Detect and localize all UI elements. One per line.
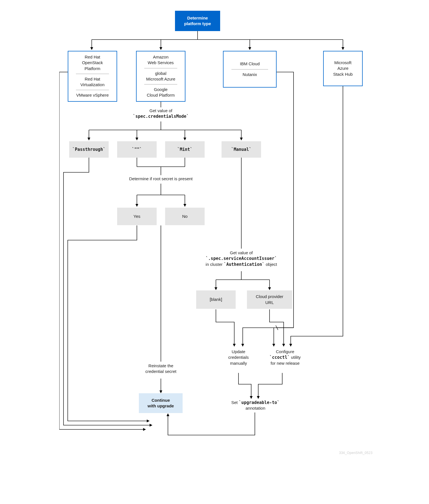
start-line1: Determine [187,15,208,21]
mode-passthrough: `Passthrough` [69,141,109,158]
mode-manual: `Manual` [222,141,261,158]
label-update-creds: Update credentials manually [222,349,255,366]
flowchart-canvas: Determine platform type Red Hat OpenStac… [59,8,370,483]
root-secret-no: No [165,208,205,225]
svg-line-28 [276,325,278,330]
label-reinstate: Reinstate the credential secret [140,363,182,375]
label-configure-ccoctl: Configure `ccoctl` utility for new relea… [262,349,308,366]
label-get-cred-mode: Get value of `spec.credentialsMode` [130,108,192,120]
platform-redhat: Red Hat OpenStack Platform Red Hat Virtu… [68,51,117,102]
watermark: 334_OpenShift_0523 [339,451,373,455]
start-node: Determine platform type [175,11,220,31]
label-sai: Get value of `.spec.serviceAccountIssuer… [198,250,285,267]
platform-ibm-nutanix: IBM Cloud Nutanix [223,51,277,88]
label-set-upgradeable: Set `upgradeable-to` annotation [226,400,285,411]
mode-mint: `Mint` [165,141,205,158]
platform-aws-azure-gcp: Amazon Web Services global Microsoft Azu… [136,51,185,102]
continue-upgrade: Continue with upgrade [139,393,183,413]
start-line2: platform type [184,21,211,27]
mode-empty: `""` [117,141,157,158]
root-secret-yes: Yes [117,208,157,225]
platform-azurestack: Microsoft Azure Stack Hub [323,51,363,86]
label-root-secret: Determine if root secret is present [124,176,198,182]
sai-url: Cloud provider URL [247,290,292,309]
sai-blank: [blank] [196,290,236,309]
